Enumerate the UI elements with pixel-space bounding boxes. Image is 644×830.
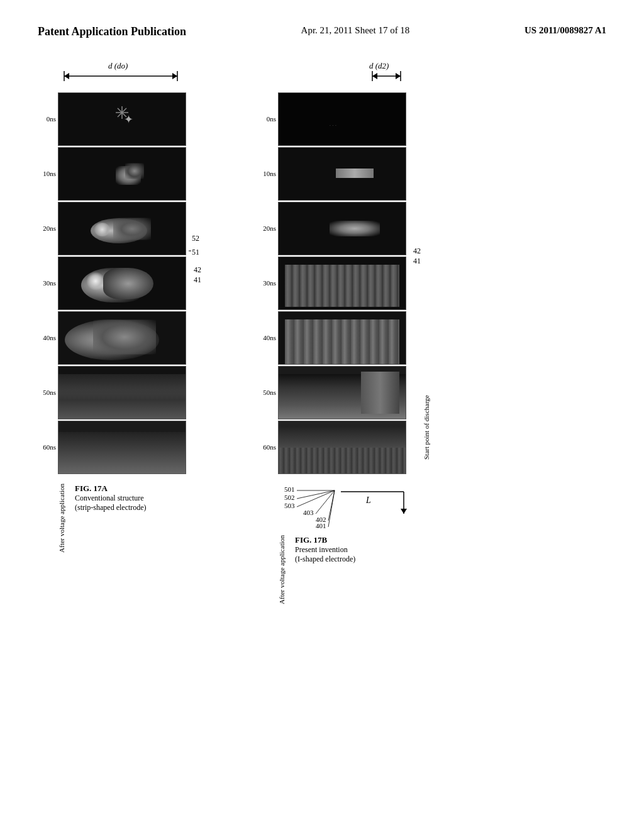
svg-marker-17 bbox=[396, 73, 401, 79]
fig-17a-frames bbox=[58, 89, 186, 474]
bracket-do-svg: d (do) bbox=[58, 57, 190, 89]
frame-40ns-a bbox=[58, 311, 186, 365]
fig-17a-sub1: Conventional structure bbox=[75, 494, 147, 503]
time-label-60ns-b: 60ns bbox=[252, 419, 278, 474]
svg-text:52: 52 bbox=[192, 234, 199, 243]
frame-60ns-a bbox=[58, 421, 186, 474]
figures-container: d (do) 60ns 50ns 40ns 30ns 20ns 10ns 0ns bbox=[0, 51, 644, 604]
fig-17a-ref-area: 51 52 41 42 bbox=[189, 89, 226, 474]
time-label-40ns-b: 40ns bbox=[252, 310, 278, 365]
frame-30ns-b bbox=[278, 257, 406, 310]
time-label-50ns-b: 50ns bbox=[252, 365, 278, 419]
svg-marker-26 bbox=[401, 509, 407, 514]
fig-17b-ref-area: 42 41 Start point of discharge bbox=[410, 89, 473, 474]
svg-text:d (d2): d (d2) bbox=[369, 61, 389, 70]
header-right: US 2011/0089827 A1 bbox=[525, 25, 606, 36]
bracket-d2-svg: d (d2) bbox=[278, 57, 410, 89]
frame-10ns-a bbox=[58, 147, 186, 201]
fig-17b-desc: After voltage application FIG. 17B Prese… bbox=[278, 535, 473, 604]
time-label-30ns-a: 30ns bbox=[31, 255, 58, 310]
svg-text:403: 403 bbox=[303, 509, 314, 516]
time-label-0ns-b: 0ns bbox=[252, 91, 278, 146]
frame-10ns-b bbox=[278, 147, 406, 201]
header-left: Patent Application Publication bbox=[38, 25, 186, 38]
svg-text:51: 51 bbox=[192, 248, 199, 257]
voltage-label-b: After voltage application bbox=[278, 535, 286, 604]
fig-17a-title: FIG. 17A bbox=[75, 484, 147, 494]
svg-text:41: 41 bbox=[194, 275, 201, 284]
header-center: Apr. 21, 2011 Sheet 17 of 18 bbox=[301, 25, 410, 36]
bracket-d2-area: d (d2) bbox=[278, 57, 406, 89]
voltage-label-a: After voltage application bbox=[58, 484, 65, 553]
time-label-60ns-a: 60ns bbox=[31, 419, 58, 474]
svg-line-39 bbox=[328, 490, 335, 527]
fig-17b-bottom: L 501 502 503 403 402 401 bbox=[252, 479, 473, 604]
svg-marker-2 bbox=[172, 73, 177, 79]
header: Patent Application Publication Apr. 21, … bbox=[0, 0, 644, 51]
fig-17a-series: 60ns 50ns 40ns 30ns 20ns 10ns 0ns bbox=[31, 89, 226, 474]
time-label-40ns-a: 40ns bbox=[31, 310, 58, 365]
frame-0ns-a bbox=[58, 92, 186, 146]
svg-text:41: 41 bbox=[413, 257, 421, 265]
fig-17b-bottom-svg: L 501 502 503 403 402 401 bbox=[278, 479, 467, 529]
svg-text:503: 503 bbox=[284, 502, 295, 509]
frame-20ns-b bbox=[278, 202, 406, 255]
svg-text:L: L bbox=[365, 495, 371, 505]
page: Patent Application Publication Apr. 21, … bbox=[0, 0, 644, 604]
fig-17a-sub2: (strip-shaped electrode) bbox=[75, 503, 147, 512]
frame-40ns-b bbox=[278, 311, 406, 365]
svg-text:42: 42 bbox=[413, 246, 421, 255]
fig-17a-panel: d (do) 60ns 50ns 40ns 30ns 20ns 10ns 0ns bbox=[31, 57, 226, 604]
fig-17a-desc: After voltage application FIG. 17A Conve… bbox=[31, 484, 226, 553]
svg-line-36 bbox=[297, 490, 335, 507]
time-label-10ns-a: 10ns bbox=[31, 146, 58, 201]
frame-60ns-b bbox=[278, 421, 406, 474]
bracket-do-area: d (do) bbox=[58, 57, 186, 89]
fig-17b-sub1: Present invention bbox=[295, 545, 355, 555]
svg-marker-16 bbox=[372, 73, 377, 79]
svg-text:501: 501 bbox=[284, 485, 295, 493]
frame-0ns-b: · · · bbox=[278, 92, 406, 146]
fig-17b-sub2: (I-shaped electrode) bbox=[295, 555, 355, 564]
svg-text:Start point of discharge: Start point of discharge bbox=[423, 395, 430, 460]
svg-marker-1 bbox=[64, 73, 69, 79]
svg-text:42: 42 bbox=[194, 265, 201, 274]
svg-text:d (do): d (do) bbox=[108, 61, 128, 70]
time-label-20ns-b: 20ns bbox=[252, 201, 278, 255]
frame-50ns-b bbox=[278, 366, 406, 419]
fig-17b-ref-svg: 42 41 Start point of discharge bbox=[410, 89, 473, 472]
svg-text:401: 401 bbox=[316, 522, 326, 529]
fig-17b-series: 60ns 50ns 40ns 30ns 20ns 10ns 0ns bbox=[252, 89, 473, 474]
svg-text:502: 502 bbox=[284, 494, 295, 501]
time-label-20ns-a: 20ns bbox=[31, 201, 58, 255]
time-label-10ns-b: 10ns bbox=[252, 146, 278, 201]
fig-17b-frames: · · · bbox=[278, 89, 406, 474]
frame-20ns-a bbox=[58, 202, 186, 255]
time-label-0ns-a: 0ns bbox=[31, 91, 58, 146]
fig-17a-ref-svg: 51 52 41 42 bbox=[189, 89, 226, 472]
frame-50ns-a bbox=[58, 366, 186, 419]
fig-17a-time-labels: 60ns 50ns 40ns 30ns 20ns 10ns 0ns bbox=[31, 89, 58, 474]
time-label-30ns-b: 30ns bbox=[252, 255, 278, 310]
fig-17b-panel: d (d2) 60ns 50ns 40ns 30ns 20ns 10ns 0ns bbox=[252, 57, 473, 604]
fig-17b-time-labels: 60ns 50ns 40ns 30ns 20ns 10ns 0ns bbox=[252, 89, 278, 474]
fig-17b-title: FIG. 17B bbox=[295, 535, 355, 545]
frame-30ns-a bbox=[58, 257, 186, 310]
time-label-50ns-a: 50ns bbox=[31, 365, 58, 419]
